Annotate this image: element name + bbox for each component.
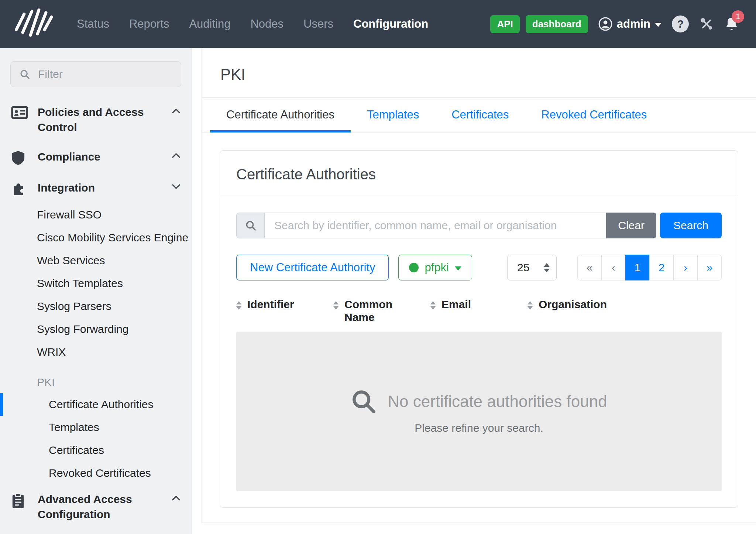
tools-button[interactable] xyxy=(699,17,714,31)
sidebar-item-revoked-certificates[interactable]: Revoked Certificates xyxy=(0,462,192,485)
notification-badge: 1 xyxy=(732,10,744,23)
main-nav: Status Reports Auditing Nodes Users Conf… xyxy=(77,17,428,31)
certificate-authorities-card: Certificate Authorities Clear Search xyxy=(220,150,738,508)
packetfence-logo-glyph xyxy=(13,8,55,39)
sidebar-group-policies-and-access-control[interactable]: Policies and Access Control xyxy=(0,97,192,142)
page-size-select[interactable]: 25 xyxy=(507,255,557,280)
nav-configuration[interactable]: Configuration xyxy=(353,17,428,31)
sidebar-item-templates[interactable]: Templates xyxy=(0,416,192,439)
nav-users[interactable]: Users xyxy=(303,17,333,31)
search-button[interactable]: Search xyxy=(660,213,722,238)
chevron-down-icon xyxy=(455,266,461,271)
nav-status[interactable]: Status xyxy=(77,17,109,31)
sidebar-item-certificates[interactable]: Certificates xyxy=(0,439,192,462)
search-icon xyxy=(19,69,30,80)
chevron-up-icon xyxy=(172,492,181,501)
pagination-page-2[interactable]: 2 xyxy=(649,255,674,280)
page-title: PKI xyxy=(220,66,738,83)
nav-reports[interactable]: Reports xyxy=(129,17,169,31)
column-label: Common Name xyxy=(344,298,400,324)
top-navbar: Status Reports Auditing Nodes Users Conf… xyxy=(0,0,756,48)
sidebar-item-switch-templates[interactable]: Switch Templates xyxy=(0,272,192,295)
api-badge[interactable]: API xyxy=(490,15,519,33)
empty-state-title: No certificate authorities found xyxy=(388,392,607,411)
chevron-down-icon xyxy=(655,23,662,27)
sort-icon xyxy=(528,298,533,310)
sidebar-filter-input[interactable] xyxy=(10,61,181,87)
notifications-button[interactable]: 1 xyxy=(724,16,739,32)
sidebar-group-label: Advanced Access Configuration xyxy=(38,492,167,522)
column-label: Email xyxy=(441,298,471,311)
user-menu[interactable]: admin xyxy=(598,17,662,31)
sidebar-section-pki: PKI xyxy=(0,366,192,393)
card-title: Certificate Authorities xyxy=(236,166,722,183)
tab-certificate-authorities[interactable]: Certificate Authorities xyxy=(210,98,351,132)
tab-templates[interactable]: Templates xyxy=(351,98,435,132)
tab-certificates[interactable]: Certificates xyxy=(435,98,525,132)
pagination-prev[interactable]: ‹ xyxy=(601,255,626,280)
nav-nodes[interactable]: Nodes xyxy=(250,17,284,31)
column-header-identifier[interactable]: Identifier xyxy=(236,298,333,324)
clear-button[interactable]: Clear xyxy=(606,213,656,238)
tools-icon xyxy=(699,17,714,31)
sidebar-item-wrix[interactable]: WRIX xyxy=(0,341,192,364)
tab-revoked-certificates[interactable]: Revoked Certificates xyxy=(525,98,663,132)
id-card-icon xyxy=(11,105,29,120)
column-header-organisation[interactable]: Organisation xyxy=(528,298,625,324)
pagination-page-1[interactable]: 1 xyxy=(625,255,650,280)
main-content: PKI Certificate Authorities Templates Ce… xyxy=(192,48,756,534)
pagination: « ‹ 1 2 › » xyxy=(577,255,722,280)
sidebar-group-compliance[interactable]: Compliance xyxy=(0,142,192,173)
sidebar-item-certificate-authorities[interactable]: Certificate Authorities xyxy=(0,393,192,416)
puzzle-icon xyxy=(11,180,29,196)
sidebar-item-web-services[interactable]: Web Services xyxy=(0,249,192,272)
pagination-next[interactable]: › xyxy=(673,255,698,280)
help-button[interactable]: ? xyxy=(672,15,689,32)
sidebar-item-syslog-forwarding[interactable]: Syslog Forwarding xyxy=(0,318,192,341)
column-header-common-name[interactable]: Common Name xyxy=(333,298,430,324)
sort-icon xyxy=(333,298,339,310)
main-card: PKI Certificate Authorities Templates Ce… xyxy=(202,48,756,523)
empty-state-subtitle: Please refine your search. xyxy=(415,422,543,434)
sidebar-filter xyxy=(10,61,181,87)
sidebar-item-syslog-parsers[interactable]: Syslog Parsers xyxy=(0,295,192,318)
sidebar-group-label: Compliance xyxy=(38,149,167,165)
stepper-icon xyxy=(544,263,550,272)
app-layout: Policies and Access Control Compliance I… xyxy=(0,48,756,534)
pagination-first[interactable]: « xyxy=(577,255,602,280)
packetfence-logo[interactable] xyxy=(13,8,57,40)
sidebar-item-cisco-mobility-services-engine[interactable]: Cisco Mobility Services Engine xyxy=(0,226,192,249)
sidebar-group-integration[interactable]: Integration xyxy=(0,173,192,203)
card-header: Certificate Authorities xyxy=(220,151,738,197)
user-icon xyxy=(598,17,612,31)
sidebar-group-advanced-access-configuration[interactable]: Advanced Access Configuration xyxy=(0,485,192,529)
sort-icon xyxy=(236,298,241,310)
shield-icon xyxy=(11,149,29,166)
chevron-down-icon xyxy=(172,180,181,189)
user-name: admin xyxy=(617,17,650,31)
clipboard-icon xyxy=(11,492,29,509)
ca-scope-label: pfpki xyxy=(425,261,449,274)
sidebar-group-network-configuration[interactable]: Network Configuration xyxy=(0,529,192,534)
ca-controls-row: New Certificate Authority pfpki 25 « xyxy=(236,255,722,280)
empty-state: No certificate authorities found Please … xyxy=(236,332,722,491)
empty-state-title-row: No certificate authorities found xyxy=(351,389,607,414)
ca-scope-dropdown[interactable]: pfpki xyxy=(398,255,472,280)
card-body: Clear Search New Certificate Authority p… xyxy=(220,197,738,507)
column-label: Organisation xyxy=(539,298,607,311)
chevron-up-icon xyxy=(172,105,181,114)
sidebar-item-firewall-sso[interactable]: Firewall SSO xyxy=(0,203,192,226)
page-size-value: 25 xyxy=(517,261,529,274)
column-header-email[interactable]: Email xyxy=(430,298,528,324)
column-label: Identifier xyxy=(247,298,294,311)
dashboard-badge[interactable]: dashboard xyxy=(526,15,588,33)
nav-auditing[interactable]: Auditing xyxy=(189,17,230,31)
pagination-last[interactable]: » xyxy=(697,255,722,280)
config-sidebar: Policies and Access Control Compliance I… xyxy=(0,48,192,534)
status-dot-icon xyxy=(409,263,419,272)
page-header: PKI xyxy=(202,48,756,98)
ca-search-input[interactable] xyxy=(264,213,606,238)
pki-tabs: Certificate Authorities Templates Certif… xyxy=(202,98,756,132)
search-icon xyxy=(351,389,377,414)
new-certificate-authority-button[interactable]: New Certificate Authority xyxy=(236,255,389,280)
